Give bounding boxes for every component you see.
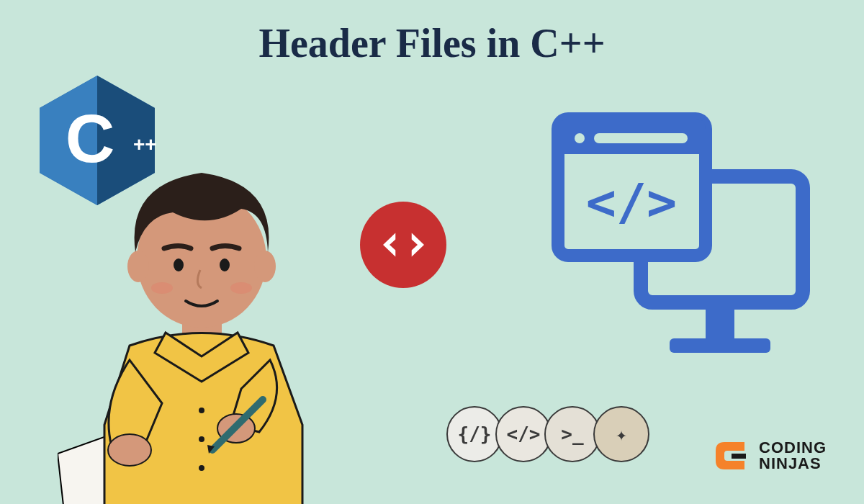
symbol-angle-brackets-icon: </> — [495, 406, 552, 462]
svg-rect-17 — [706, 310, 734, 338]
brand-text: CODING NINJAS — [759, 440, 827, 472]
page-title: Header Files in C++ — [258, 20, 605, 66]
svg-marker-14 — [383, 233, 395, 257]
svg-point-13 — [230, 282, 252, 294]
svg-rect-18 — [670, 338, 770, 353]
brand-logo: CODING NINJAS — [710, 435, 827, 477]
brand-line2: NINJAS — [759, 456, 827, 472]
browser-monitor-icon: </> — [547, 108, 814, 374]
person-illustration — [58, 144, 346, 504]
svg-point-10 — [174, 258, 184, 271]
svg-rect-25 — [732, 454, 746, 459]
brand-line1: CODING — [759, 440, 827, 456]
svg-point-6 — [199, 436, 204, 442]
svg-point-5 — [199, 408, 204, 413]
svg-point-7 — [199, 465, 204, 471]
code-symbol-row: {/} </> >_ ✦ — [446, 406, 649, 462]
symbol-sparkle-icon: ✦ — [593, 406, 649, 462]
svg-rect-21 — [558, 143, 706, 154]
brand-c-icon — [710, 435, 752, 477]
left-hand — [108, 434, 151, 466]
svg-point-12 — [151, 282, 173, 294]
svg-text:</>: </> — [586, 173, 677, 232]
svg-marker-15 — [411, 233, 423, 257]
symbol-braces-icon: {/} — [446, 406, 503, 462]
svg-point-8 — [127, 251, 149, 282]
svg-point-22 — [575, 133, 585, 143]
code-badge-icon — [360, 202, 446, 288]
svg-point-11 — [220, 258, 230, 271]
symbol-terminal-icon: >_ — [544, 406, 600, 462]
svg-rect-23 — [594, 133, 688, 143]
svg-point-9 — [254, 251, 276, 282]
